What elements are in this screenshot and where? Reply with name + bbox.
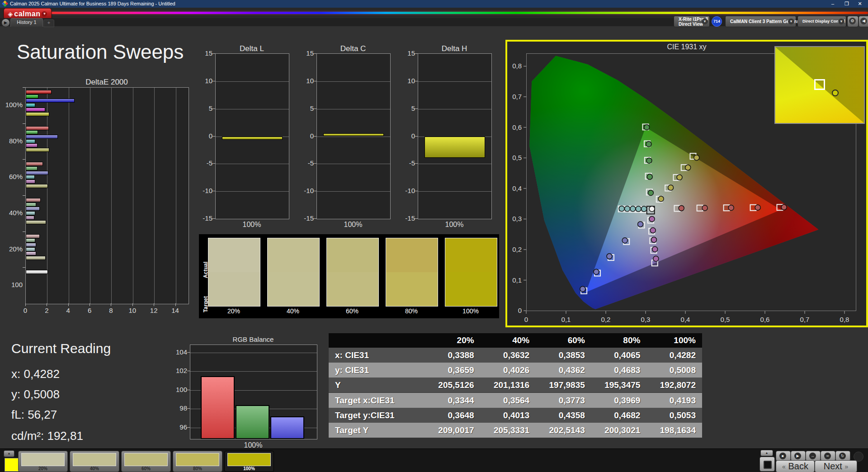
play-button[interactable]: ▶ — [791, 451, 806, 461]
next-button[interactable]: Next » — [815, 460, 857, 472]
table-cell: 201,1316 — [481, 378, 536, 392]
compare-swatch-target — [208, 272, 260, 306]
back-button[interactable]: « Back — [776, 460, 815, 472]
tab-add-button[interactable]: + — [43, 19, 54, 27]
read-stop-button[interactable] — [760, 457, 775, 472]
deltae-bar — [26, 247, 35, 251]
tab-scroll-button[interactable]: ▶ — [1, 19, 10, 27]
delta-ytickmark — [415, 218, 418, 219]
table-cell: 197,9835 — [536, 378, 591, 392]
pattern-generator-dropdown[interactable]: CalMAN Client 3 Pattern Generator ▼ — [725, 16, 796, 27]
cie-measured-marker — [694, 155, 699, 160]
delta-gridline — [418, 109, 491, 109]
table-cell: 0,4026 — [481, 363, 536, 378]
deltae-bar — [26, 90, 52, 94]
deltae-bar — [26, 175, 35, 179]
maximize-button[interactable]: ❐ — [840, 0, 853, 7]
table-cell: 0,4682 — [591, 408, 647, 423]
svg-text:0,3: 0,3 — [641, 316, 651, 323]
delta-ytickmark — [415, 53, 418, 54]
deltae-xtick: 12 — [147, 307, 160, 314]
delta-xlabel: 100% — [418, 221, 491, 229]
table-cell: 0,3632 — [481, 348, 536, 363]
table-cell: 0,3659 — [425, 363, 481, 378]
stop-button[interactable]: ■ — [776, 451, 791, 461]
play-icon: ▶ — [794, 453, 801, 459]
deltae-xtickmark — [25, 303, 26, 306]
table-row-label: Target Y — [329, 423, 425, 438]
cie-measured-marker — [641, 206, 646, 212]
rgb-bar-green — [236, 405, 269, 439]
compare-swatch-actual — [268, 238, 319, 272]
rgb-ytickmark — [187, 390, 190, 390]
compare-swatch-actual — [445, 238, 497, 272]
delta-ytick: -15 — [297, 214, 314, 222]
pattern-swatch-button[interactable]: 40% — [70, 451, 119, 472]
cie-measured-marker — [644, 125, 650, 130]
pattern-swatch-button[interactable]: 100% — [224, 451, 274, 472]
deltae-xtick: 2 — [40, 307, 53, 314]
delta-ytick: 5 — [297, 104, 314, 112]
refresh-button[interactable]: ↻ — [835, 451, 850, 461]
cie-measured-marker — [607, 254, 612, 259]
delta-ytick: 10 — [196, 77, 212, 85]
svg-text:0,3: 0,3 — [512, 215, 522, 222]
deltae-bar — [26, 256, 46, 260]
rgb-ytickmark — [187, 427, 190, 428]
table-cell: 202,5143 — [536, 423, 591, 438]
delta-chart-title: Delta C — [316, 44, 390, 53]
compare-swatch-label: 20% — [208, 307, 259, 315]
cie-measured-marker — [653, 256, 659, 261]
svg-text:0,1: 0,1 — [561, 316, 571, 323]
svg-text:0,6: 0,6 — [512, 123, 522, 131]
pattern-swatch-button[interactable]: 60% — [121, 451, 171, 472]
single-measure-button[interactable]: ↔ — [806, 451, 821, 461]
compare-swatch — [386, 238, 438, 307]
meter-dropdown[interactable]: X-Rite i1Pro 3Direct View ▼ — [674, 16, 710, 27]
table-row-label: x: CIE31 — [329, 348, 425, 363]
close-button[interactable]: ✕ — [854, 0, 866, 7]
delta-gridline — [216, 109, 289, 109]
deltae-gridline — [90, 88, 90, 304]
delta-ytickmark — [314, 53, 316, 54]
svg-text:0,8: 0,8 — [512, 62, 522, 70]
table-cell: 0,3773 — [536, 393, 591, 408]
tab-history-1[interactable]: History 1 — [10, 18, 43, 27]
svg-text:0,7: 0,7 — [512, 93, 522, 100]
delta-ytick: 5 — [399, 104, 415, 112]
continuous-measure-button[interactable]: ∞ — [821, 451, 835, 461]
table-cell: 209,0017 — [425, 423, 481, 438]
deltae-group-label: 60% — [2, 173, 23, 180]
settings-button[interactable]: ⚙ — [847, 16, 859, 27]
table-cell: 205,5126 — [425, 378, 481, 392]
pattern-swatch-button[interactable]: 20% — [18, 451, 68, 472]
deltae-bar — [26, 99, 75, 103]
deltae-xtickmark — [175, 303, 176, 306]
deltae-gridline — [133, 88, 133, 304]
gear-icon: ⚙ — [849, 18, 856, 24]
compare-swatch-label: 60% — [326, 307, 378, 315]
display-control-dropdown[interactable]: Direct Display Control ▼ — [797, 16, 846, 27]
minimize-button[interactable]: – — [826, 0, 839, 7]
delta-ytick: -15 — [399, 214, 415, 222]
svg-text:0,5: 0,5 — [721, 316, 730, 323]
compare-swatch-actual — [208, 238, 260, 272]
table-cell: 0,5053 — [646, 408, 702, 423]
read-expand-button[interactable]: ▲ — [760, 450, 773, 456]
deltae-bar — [26, 135, 58, 139]
deltae-bar — [26, 238, 35, 242]
table-row-label: Y — [329, 378, 425, 392]
table-header-cell: 40% — [481, 333, 536, 348]
delta-ytick: -5 — [399, 159, 415, 167]
delta-ytick: 5 — [196, 104, 212, 112]
cie-measured-marker — [650, 227, 656, 233]
deltae-ytick — [23, 267, 25, 268]
collapse-panel-button[interactable]: ◀ — [859, 16, 868, 27]
pattern-swatch-button[interactable]: 80% — [173, 451, 222, 472]
delta-ytickmark — [415, 191, 418, 191]
deltae-ytick — [23, 195, 25, 196]
compare-swatch-actual — [386, 238, 438, 272]
patch-expand-button[interactable]: ▲ — [4, 450, 14, 457]
deltae-bar — [26, 220, 46, 224]
delta-gridline — [317, 191, 390, 192]
